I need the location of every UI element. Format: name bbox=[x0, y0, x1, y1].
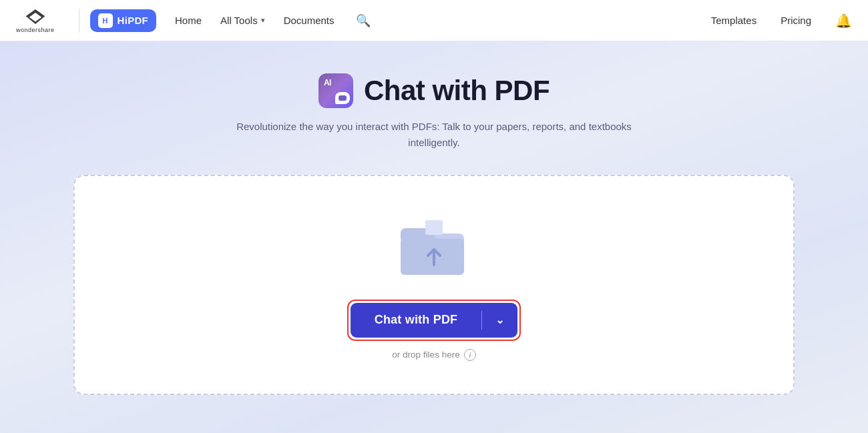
nav-templates[interactable]: Templates bbox=[711, 15, 756, 26]
all-tools-chevron-icon: ▾ bbox=[261, 16, 265, 25]
hipdf-badge-text: HiPDF bbox=[118, 15, 149, 26]
nav-brand-divider bbox=[79, 9, 79, 33]
wondershare-text: wondershare bbox=[16, 27, 55, 33]
wondershare-icon bbox=[25, 7, 46, 26]
hero-title-row: AI Chat with PDF bbox=[318, 73, 550, 108]
nav-links: Home All Tools ▾ Documents 🔍 bbox=[175, 13, 370, 28]
info-icon[interactable]: i bbox=[464, 349, 476, 361]
brand: wondershare bbox=[16, 7, 55, 33]
chat-button-dropdown[interactable]: ⌄ bbox=[482, 303, 517, 338]
search-icon[interactable]: 🔍 bbox=[356, 13, 371, 28]
chat-button-highlight: Chat with PDF ⌄ bbox=[347, 300, 521, 341]
hero-subtitle: Revolutionize the way you interact with … bbox=[227, 119, 641, 151]
wondershare-logo: wondershare bbox=[16, 7, 55, 33]
chat-with-pdf-button[interactable]: Chat with PDF ⌄ bbox=[351, 303, 518, 338]
nav-documents[interactable]: Documents bbox=[284, 15, 335, 26]
chat-bubble-icon bbox=[335, 92, 350, 104]
folder-icon bbox=[397, 215, 471, 281]
svg-rect-3 bbox=[425, 220, 443, 235]
nav-home[interactable]: Home bbox=[175, 15, 202, 26]
nav-all-tools[interactable]: All Tools ▾ bbox=[220, 15, 265, 26]
drop-hint-text: or drop files here bbox=[392, 350, 459, 360]
upload-folder-icon bbox=[397, 215, 471, 278]
hipdf-badge[interactable]: H HiPDF bbox=[90, 9, 157, 32]
nav-right: Templates Pricing 🔔 bbox=[711, 13, 852, 29]
hipdf-badge-icon: H bbox=[98, 13, 113, 28]
chevron-down-icon: ⌄ bbox=[495, 314, 504, 326]
upload-card: Chat with PDF ⌄ or drop files here i bbox=[73, 175, 795, 395]
hero-section: AI Chat with PDF Revolutionize the way y… bbox=[0, 41, 868, 433]
notification-bell-icon[interactable]: 🔔 bbox=[835, 13, 852, 29]
button-area: Chat with PDF ⌄ or drop files here i bbox=[347, 300, 521, 361]
page-title: Chat with PDF bbox=[364, 75, 550, 107]
drop-hint: or drop files here i bbox=[392, 349, 475, 361]
chat-button-label: Chat with PDF bbox=[351, 303, 482, 338]
svg-rect-1 bbox=[401, 239, 464, 275]
ai-chat-icon: AI bbox=[318, 73, 353, 108]
ai-label: AI bbox=[324, 78, 331, 87]
navbar: wondershare H HiPDF Home All Tools ▾ Doc… bbox=[0, 0, 868, 41]
nav-pricing[interactable]: Pricing bbox=[781, 15, 811, 26]
